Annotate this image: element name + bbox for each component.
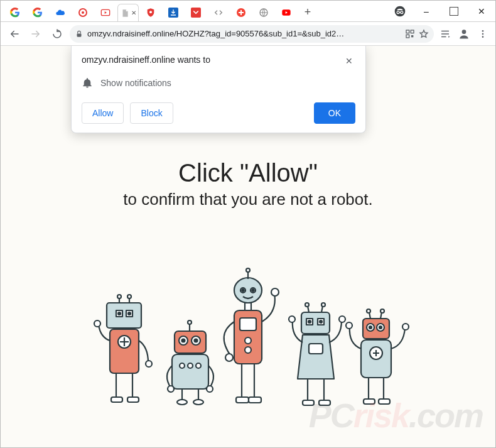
page-message: Click "Allow" to confirm that you are no… <box>1 159 495 209</box>
svg-rect-37 <box>111 397 122 402</box>
tab-globe[interactable] <box>253 4 274 21</box>
code-icon <box>213 8 224 18</box>
page-content: omzyv.ndraisineff.online wants to ✕ Show… <box>1 46 495 447</box>
svg-point-79 <box>320 320 322 323</box>
tab-google[interactable] <box>4 4 26 21</box>
square-icon <box>450 7 458 16</box>
qr-icon[interactable] <box>405 29 415 39</box>
allow-button[interactable]: Allow <box>82 102 124 124</box>
tab-active[interactable]: ✕ <box>117 4 139 21</box>
svg-point-103 <box>402 324 409 330</box>
svg-point-85 <box>289 316 295 322</box>
tab-youtube-outline[interactable] <box>95 4 116 21</box>
svg-point-17 <box>462 30 466 34</box>
svg-point-97 <box>367 309 370 313</box>
titlebar: ✕ + <box>1 1 495 22</box>
forward-button[interactable] <box>27 25 45 43</box>
permission-prompt: omzyv.ndraisineff.online wants to ✕ Show… <box>71 46 366 133</box>
menu-button[interactable] <box>475 26 490 41</box>
tab-code[interactable] <box>208 4 229 21</box>
tab-youtube[interactable] <box>276 4 297 21</box>
svg-rect-39 <box>127 397 139 402</box>
cloud-icon <box>55 8 65 18</box>
svg-point-51 <box>168 386 174 392</box>
arrow-left-icon <box>9 28 20 40</box>
svg-rect-66 <box>240 318 256 331</box>
robots-illustration <box>85 259 411 410</box>
svg-point-52 <box>207 386 213 392</box>
svg-point-81 <box>305 303 309 307</box>
reading-list-button[interactable] <box>438 26 453 41</box>
svg-point-63 <box>246 268 250 272</box>
arrow-right-icon <box>30 28 41 40</box>
svg-point-48 <box>180 363 185 368</box>
record-icon <box>78 8 88 18</box>
tab-google-2[interactable] <box>27 4 48 21</box>
tab-strip: ✕ + <box>1 1 387 21</box>
prompt-title: omzyv.ndraisineff.online wants to <box>82 55 343 65</box>
tab-shield[interactable] <box>140 4 161 21</box>
tab-pocket[interactable] <box>185 4 207 21</box>
google-icon <box>33 8 43 18</box>
svg-point-20 <box>482 36 484 38</box>
svg-point-9 <box>395 6 406 16</box>
svg-point-18 <box>482 30 484 32</box>
page-icon <box>120 8 130 18</box>
svg-point-67 <box>245 337 251 344</box>
bell-icon <box>82 77 93 89</box>
svg-point-60 <box>242 289 244 292</box>
window-close-button[interactable]: ✕ <box>468 1 495 22</box>
svg-rect-88 <box>303 400 314 405</box>
svg-rect-75 <box>301 312 330 334</box>
tab-red-circle[interactable] <box>230 4 252 21</box>
profile-button[interactable] <box>456 26 472 41</box>
svg-rect-15 <box>406 35 409 38</box>
svg-point-50 <box>196 363 201 368</box>
tab-record[interactable] <box>72 4 94 21</box>
pocket-icon <box>191 8 201 18</box>
svg-rect-16 <box>411 35 413 37</box>
prompt-close-button[interactable]: ✕ <box>343 55 355 67</box>
svg-point-27 <box>117 295 121 298</box>
reload-button[interactable] <box>48 25 66 43</box>
svg-rect-84 <box>309 344 323 354</box>
svg-point-70 <box>271 288 279 296</box>
reload-icon <box>51 28 63 40</box>
svg-point-102 <box>346 322 352 329</box>
svg-rect-74 <box>249 397 261 403</box>
back-button[interactable] <box>6 25 23 43</box>
svg-point-35 <box>146 361 152 367</box>
svg-point-1 <box>82 11 84 14</box>
svg-rect-90 <box>319 400 330 405</box>
minimize-button[interactable]: – <box>412 1 440 22</box>
tab-close-icon[interactable]: ✕ <box>131 9 136 16</box>
svg-rect-14 <box>411 30 414 33</box>
svg-point-94 <box>369 326 372 329</box>
svg-point-44 <box>195 339 198 342</box>
svg-rect-47 <box>172 354 208 389</box>
svg-point-43 <box>182 339 185 342</box>
maximize-button[interactable] <box>440 1 468 22</box>
ok-button[interactable]: OK <box>314 102 355 124</box>
svg-point-49 <box>188 363 193 368</box>
google-icon <box>10 8 20 18</box>
svg-point-54 <box>177 400 187 405</box>
tab-cloud[interactable] <box>50 4 71 21</box>
browser-window: ✕ + <box>0 0 496 448</box>
tab-download-blue[interactable] <box>163 4 184 21</box>
new-tab-button[interactable]: + <box>301 5 315 19</box>
block-button[interactable]: Block <box>130 102 173 124</box>
star-icon[interactable] <box>419 29 429 39</box>
svg-rect-72 <box>236 397 249 403</box>
svg-point-3 <box>149 11 152 13</box>
lock-icon <box>75 30 84 38</box>
svg-point-83 <box>321 303 325 307</box>
svg-point-78 <box>308 320 311 323</box>
svg-rect-13 <box>406 30 409 33</box>
svg-rect-107 <box>379 399 390 404</box>
shield-icon <box>146 8 156 18</box>
svg-rect-64 <box>245 303 251 310</box>
svg-point-34 <box>94 320 100 327</box>
address-bar[interactable]: omzyv.ndraisineff.online/HOZHZ?tag_id=90… <box>70 25 434 43</box>
svg-rect-12 <box>77 33 82 36</box>
